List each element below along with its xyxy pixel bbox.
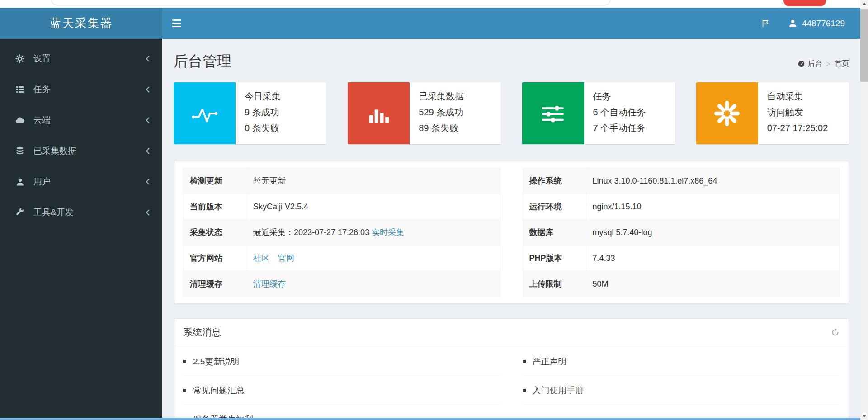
messages-list: 2.5更新说明 严正声明 常见问题汇总 入门使用手册 bbox=[174, 346, 849, 418]
clear-cache-link[interactable]: 清理缓存 bbox=[253, 279, 286, 288]
bullet-icon bbox=[523, 360, 526, 363]
info-box-today-collection: 今日采集 9 条成功 0 条失败 bbox=[174, 82, 326, 144]
bullet-icon bbox=[523, 389, 526, 392]
sidebar-item-tasks[interactable]: 任务 bbox=[0, 74, 162, 105]
sidebar-item-users[interactable]: 用户 bbox=[0, 166, 162, 197]
pulse-line-icon bbox=[174, 82, 236, 144]
sidebar-item-label: 云端 bbox=[33, 114, 145, 126]
page-scrollbar[interactable] bbox=[860, 0, 868, 420]
person-icon bbox=[14, 177, 26, 187]
scrollbar-thumb[interactable] bbox=[860, 9, 868, 82]
bottom-edge-strip bbox=[0, 418, 860, 420]
table-row: 数据库 mysql 5.7.40-log bbox=[523, 220, 840, 245]
screen: 蓝天采集器 448776129 bbox=[0, 0, 868, 420]
table-row: 采集状态 最近采集：2023-07-27 17:26:03 实时采集 bbox=[184, 220, 500, 245]
bullet-icon bbox=[183, 389, 186, 392]
navbar-right: 448776129 bbox=[761, 19, 860, 28]
info-box-line: 07-27 17:25:02 bbox=[767, 120, 828, 136]
row-value: 最近采集：2023-07-27 17:26:03 实时采集 bbox=[247, 220, 500, 245]
brand-title: 蓝天采集器 bbox=[50, 15, 113, 31]
message-item[interactable]: 严正声明 bbox=[523, 347, 840, 376]
message-label: 服务器学生福利 bbox=[193, 414, 253, 418]
row-label: 操作系统 bbox=[523, 168, 586, 194]
row-value: mysql 5.7.40-log bbox=[586, 220, 840, 245]
dashboard-gauge-icon bbox=[797, 60, 805, 68]
chevron-left-icon bbox=[145, 208, 151, 217]
sidebar-item-settings[interactable]: 设置 bbox=[0, 43, 162, 74]
info-box-title: 任务 bbox=[593, 89, 646, 104]
info-box-line: 529 条成功 bbox=[419, 104, 464, 120]
info-box-line: 9 条成功 bbox=[245, 104, 281, 120]
row-value: Linux 3.10.0-1160.81.1.el7.x86_64 bbox=[586, 168, 840, 194]
top-navbar: 蓝天采集器 448776129 bbox=[0, 8, 860, 39]
row-label: 上传限制 bbox=[523, 271, 586, 297]
message-label: 2.5更新说明 bbox=[193, 356, 239, 368]
browser-chrome-fragment bbox=[0, 0, 860, 8]
sidebar-item-tools-dev[interactable]: 工具&开发 bbox=[0, 197, 162, 228]
community-link[interactable]: 社区 bbox=[253, 254, 269, 263]
realtime-collect-link[interactable]: 实时采集 bbox=[372, 228, 404, 237]
info-box-auto-collection: 自动采集 访问触发 07-27 17:25:02 bbox=[696, 82, 849, 144]
scroll-up-arrow-icon[interactable] bbox=[860, 0, 868, 8]
breadcrumb-current: 首页 bbox=[835, 59, 849, 69]
table-row: 清理缓存 清理缓存 bbox=[184, 271, 500, 297]
info-box-collected-data: 已采集数据 529 条成功 89 条失败 bbox=[348, 82, 500, 144]
message-item[interactable]: 2.5更新说明 bbox=[183, 347, 500, 376]
row-value: 暂无更新 bbox=[247, 168, 500, 194]
breadcrumb: 后台 > 首页 bbox=[797, 59, 849, 71]
gear-icon bbox=[14, 54, 26, 64]
info-box-line: 访问触发 bbox=[767, 104, 828, 120]
user-menu[interactable]: 448776129 bbox=[788, 19, 845, 28]
hamburger-icon bbox=[172, 19, 181, 21]
message-label: 入门使用手册 bbox=[533, 385, 584, 396]
chevron-left-icon bbox=[145, 116, 151, 124]
info-box-text: 今日采集 9 条成功 0 条失败 bbox=[236, 82, 284, 144]
user-id: 448776129 bbox=[802, 19, 845, 28]
bar-chart-icon bbox=[348, 82, 410, 144]
flag-button[interactable] bbox=[761, 19, 771, 28]
info-box-tasks: 任务 6 个自动任务 7 个手动任务 bbox=[522, 82, 675, 144]
message-label: 严正声明 bbox=[533, 356, 567, 368]
tasks-icon bbox=[14, 85, 26, 94]
database-icon bbox=[14, 146, 26, 156]
message-item[interactable]: 入门使用手册 bbox=[523, 376, 840, 405]
content-header: 后台管理 后台 > 首页 bbox=[174, 39, 849, 82]
sidebar-item-label: 工具&开发 bbox=[33, 207, 145, 218]
official-site-link[interactable]: 官网 bbox=[278, 254, 294, 263]
sidebar-item-label: 任务 bbox=[33, 84, 145, 95]
row-value: nginx/1.15.10 bbox=[586, 194, 840, 220]
info-boxes: 今日采集 9 条成功 0 条失败 bbox=[174, 82, 849, 144]
chevron-left-icon bbox=[145, 178, 151, 186]
sidebar: 设置 任务 bbox=[0, 39, 162, 418]
table-row: 当前版本 SkyCaiji V2.5.4 bbox=[184, 194, 500, 220]
messages-header: 系统消息 bbox=[174, 319, 849, 346]
message-item[interactable]: 服务器学生福利 bbox=[183, 405, 500, 418]
brand-logo[interactable]: 蓝天采集器 bbox=[0, 8, 162, 39]
system-info-panel: 检测更新 暂无更新 当前版本 SkyCaiji V2.5.4 采集状态 最近采集… bbox=[174, 161, 849, 304]
table-row: 上传限制 50M bbox=[523, 271, 840, 297]
message-label: 常见问题汇总 bbox=[193, 385, 245, 396]
row-label: 当前版本 bbox=[184, 194, 247, 220]
sidebar-toggle-button[interactable] bbox=[162, 8, 190, 39]
info-box-text: 已采集数据 529 条成功 89 条失败 bbox=[410, 82, 467, 144]
sidebar-item-collected-data[interactable]: 已采集数据 bbox=[0, 136, 162, 166]
scroll-down-arrow-icon[interactable] bbox=[860, 412, 868, 420]
navbar: 448776129 bbox=[162, 8, 860, 39]
refresh-button[interactable] bbox=[831, 328, 840, 337]
admin-app: 蓝天采集器 448776129 bbox=[0, 8, 860, 418]
breadcrumb-section-link[interactable]: 后台 bbox=[797, 59, 822, 69]
system-info-table-right: 操作系统 Linux 3.10.0-1160.81.1.el7.x86_64 运… bbox=[523, 168, 840, 297]
message-item[interactable]: 常见问题汇总 bbox=[183, 376, 500, 405]
info-box-title: 今日采集 bbox=[245, 89, 281, 104]
chevron-left-icon bbox=[145, 55, 151, 63]
browser-omnibox-fragment bbox=[51, 0, 611, 5]
chevron-left-icon bbox=[145, 85, 151, 94]
asterisk-icon bbox=[696, 82, 758, 144]
row-value: SkyCaiji V2.5.4 bbox=[247, 194, 500, 220]
system-messages-panel: 系统消息 2.5更新说明 bbox=[174, 318, 849, 418]
info-box-line: 0 条失败 bbox=[245, 120, 281, 136]
row-label: 数据库 bbox=[523, 220, 586, 245]
browser-red-button-fragment[interactable] bbox=[783, 0, 826, 6]
main-content: 后台管理 后台 > 首页 bbox=[162, 39, 860, 418]
sidebar-item-cloud[interactable]: 云端 bbox=[0, 105, 162, 136]
